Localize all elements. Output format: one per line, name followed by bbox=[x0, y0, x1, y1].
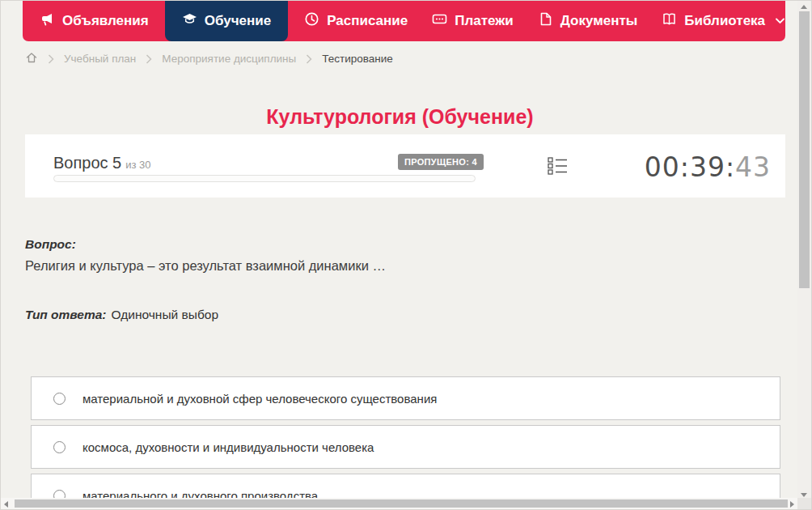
nav-item-label: Документы bbox=[560, 13, 638, 29]
scroll-right-arrow-icon[interactable] bbox=[790, 501, 794, 508]
banknote-icon bbox=[432, 11, 447, 31]
skipped-badge: ПРОПУЩЕНО: 4 bbox=[398, 154, 484, 170]
breadcrumb-item-study-plan[interactable]: Учебный план bbox=[64, 53, 136, 65]
chevron-down-icon bbox=[776, 18, 785, 24]
answer-option-2[interactable]: космоса, духовности и индивидуальности ч… bbox=[31, 425, 780, 469]
question-label: Вопрос: bbox=[25, 237, 76, 252]
answer-options: материальной и духовной сфер человеческо… bbox=[31, 376, 780, 510]
scroll-up-arrow-icon[interactable] bbox=[801, 5, 807, 9]
chevron-right-icon bbox=[48, 54, 54, 64]
radio-button[interactable] bbox=[53, 393, 66, 405]
answer-option-1[interactable]: материальной и духовной сфер человеческо… bbox=[31, 376, 780, 420]
breadcrumb-item-testing: Тестирование bbox=[322, 53, 393, 65]
question-progress-card: Вопрос 5из 30 ПРОПУЩЕНО: 4 00:39:43 bbox=[25, 134, 785, 198]
question-of-total: из 30 bbox=[125, 159, 150, 171]
vertical-scrollbar-thumb[interactable] bbox=[799, 11, 810, 288]
breadcrumb-item-discipline-event[interactable]: Мероприятие дисциплины bbox=[162, 53, 296, 65]
checklist-icon bbox=[547, 155, 569, 180]
scrollbar-corner bbox=[797, 498, 811, 509]
nav-item-learning[interactable]: Обучение bbox=[165, 1, 288, 41]
nav-item-announcements[interactable]: Объявления bbox=[27, 1, 161, 41]
vertical-scrollbar[interactable] bbox=[797, 1, 811, 510]
answer-option-label: космоса, духовности и индивидуальности ч… bbox=[82, 440, 374, 454]
nav-item-library[interactable]: Библиотека bbox=[649, 1, 797, 41]
horizontal-scrollbar[interactable] bbox=[1, 498, 799, 509]
clock-icon bbox=[304, 11, 319, 31]
scroll-left-arrow-icon[interactable] bbox=[4, 501, 8, 508]
scroll-down-arrow-icon[interactable] bbox=[801, 493, 807, 497]
page-title: Культурология (Обучение) bbox=[1, 105, 799, 129]
countdown-timer: 00:39:43 bbox=[645, 151, 771, 183]
graduation-cap-icon bbox=[182, 11, 197, 31]
breadcrumb: Учебный план Мероприятие дисциплины Тест… bbox=[25, 51, 393, 66]
answer-type: Тип ответа:Одиночный выбор bbox=[25, 308, 218, 322]
nav-item-label: Обучение bbox=[205, 13, 271, 29]
question-number-label: Вопрос 5 bbox=[53, 154, 121, 172]
answer-type-value: Одиночный выбор bbox=[112, 308, 219, 321]
timer-seconds: 43 bbox=[735, 151, 771, 183]
answer-option-label: материальной и духовной сфер человеческо… bbox=[82, 392, 437, 406]
nav-item-label: Платежи bbox=[455, 13, 514, 29]
book-icon bbox=[662, 11, 677, 31]
chevron-right-icon bbox=[306, 54, 312, 64]
home-icon[interactable] bbox=[25, 51, 38, 66]
progress-bar bbox=[53, 175, 476, 182]
nav-item-label: Библиотека bbox=[684, 13, 765, 29]
horizontal-scrollbar-thumb[interactable] bbox=[15, 499, 788, 508]
question-list-button[interactable] bbox=[546, 156, 569, 179]
megaphone-icon bbox=[40, 11, 55, 31]
nav-item-documents[interactable]: Документы bbox=[526, 1, 650, 41]
nav-item-payments[interactable]: Платежи bbox=[420, 1, 526, 41]
radio-button[interactable] bbox=[53, 441, 66, 453]
question-text: Религия и культура – это результат взаим… bbox=[25, 258, 753, 274]
nav-item-schedule[interactable]: Расписание bbox=[292, 1, 420, 41]
nav-item-label: Расписание bbox=[327, 13, 408, 29]
chevron-right-icon bbox=[146, 54, 152, 64]
nav-item-label: Объявления bbox=[62, 13, 149, 29]
main-nav: Объявления Обучение Расписание Платежи Д… bbox=[23, 1, 785, 41]
document-icon bbox=[538, 11, 553, 31]
answer-type-label: Тип ответа: bbox=[25, 308, 107, 321]
question-number: Вопрос 5из 30 bbox=[53, 154, 151, 172]
timer-main: 00:39: bbox=[645, 151, 735, 183]
